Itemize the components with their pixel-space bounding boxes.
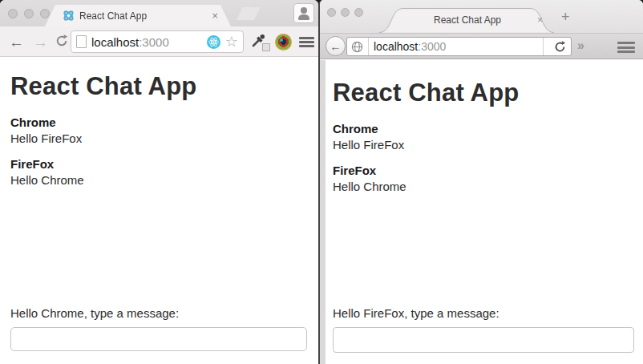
react-devtools-icon[interactable] <box>207 35 220 49</box>
back-button[interactable]: ← <box>326 36 346 56</box>
zoom-window-button[interactable] <box>40 9 50 18</box>
page-title: React Chat App <box>10 72 318 101</box>
message-input-label: Hello FireFox, type a message: <box>333 306 634 320</box>
url-port: :3000 <box>418 40 446 53</box>
url-host: localhost <box>91 35 139 49</box>
chrome-menu-button[interactable] <box>299 37 314 47</box>
message-compose-area: Hello FireFox, type a message: <box>333 306 634 353</box>
firefox-browser-window: React Chat App × + ← localhost:3000 » <box>318 0 643 364</box>
overflow-chevron-button[interactable]: » <box>577 38 583 53</box>
screen: React Chat App × ← → localhost:3000 <box>0 0 643 364</box>
message-sender: Chrome <box>333 121 643 137</box>
close-window-button[interactable] <box>8 9 18 18</box>
url-text: localhost:3000 <box>91 35 169 49</box>
address-bar[interactable]: localhost:3000 ☆ <box>71 30 244 53</box>
forward-button[interactable]: → <box>33 34 48 50</box>
window-edge <box>320 60 326 364</box>
minimize-window-button[interactable] <box>24 9 34 18</box>
firefox-tab-bar: React Chat App × + <box>320 0 643 33</box>
extension-badge <box>262 43 270 51</box>
new-tab-button[interactable]: + <box>561 10 570 24</box>
eyedropper-extension-icon[interactable] <box>251 33 267 49</box>
tab-title: React Chat App <box>379 7 556 33</box>
profile-button[interactable] <box>293 3 314 23</box>
zoom-window-button[interactable] <box>354 8 363 17</box>
tab-react-chat-app[interactable]: React Chat App × <box>45 5 231 26</box>
minimize-window-button[interactable] <box>341 8 350 17</box>
message-compose-area: Hello Chrome, type a message: <box>10 306 307 351</box>
chat-message: Chrome Hello FireFox <box>10 115 318 147</box>
message-text: Hello FireFox <box>333 137 643 153</box>
chrome-toolbar: ← → localhost:3000 ☆ <box>0 26 318 57</box>
bookmark-star-icon[interactable]: ☆ <box>225 34 238 49</box>
url-text: localhost:3000 <box>374 40 446 53</box>
chrome-page-content: React Chat App Chrome Hello FireFox Fire… <box>0 57 318 364</box>
address-bar[interactable]: localhost:3000 <box>346 37 572 56</box>
chrome-browser-window: React Chat App × ← → localhost:3000 <box>0 0 318 364</box>
chrome-tab-bar: React Chat App × <box>0 0 318 26</box>
chat-message: FireFox Hello Chrome <box>10 156 318 188</box>
message-sender: FireFox <box>10 156 318 172</box>
back-button[interactable]: ← <box>9 34 24 50</box>
tab-react-chat-app[interactable]: React Chat App × <box>379 7 556 33</box>
message-text: Hello Chrome <box>10 172 318 188</box>
message-text: Hello Chrome <box>333 179 643 195</box>
new-tab-button[interactable] <box>237 7 261 20</box>
url-host: localhost <box>374 40 418 53</box>
message-text: Hello FireFox <box>10 131 318 147</box>
firefox-toolbar: ← localhost:3000 » <box>320 33 643 59</box>
firefox-menu-button[interactable] <box>617 42 635 53</box>
reload-button[interactable] <box>55 34 68 47</box>
close-window-button[interactable] <box>327 8 336 17</box>
tab-title: React Chat App <box>79 10 207 22</box>
message-sender: Chrome <box>10 115 318 131</box>
reload-button[interactable] <box>548 41 571 53</box>
message-input-label: Hello Chrome, type a message: <box>10 306 307 320</box>
firefox-page-content: React Chat App Chrome Hello FireFox Fire… <box>326 60 643 364</box>
window-controls <box>8 9 50 18</box>
url-port: :3000 <box>139 35 169 49</box>
message-sender: FireFox <box>333 163 643 179</box>
globe-icon <box>351 41 363 53</box>
message-input[interactable] <box>333 327 634 353</box>
page-icon <box>76 35 87 48</box>
window-controls <box>327 8 363 17</box>
chat-message: Chrome Hello FireFox <box>333 121 643 153</box>
page-title: React Chat App <box>333 79 643 107</box>
message-input[interactable] <box>10 327 307 351</box>
colorpicker-extension-icon[interactable] <box>275 34 292 51</box>
react-favicon-icon <box>63 10 75 22</box>
tab-close-icon[interactable]: × <box>537 15 543 25</box>
profile-person-icon <box>301 7 307 14</box>
chat-message: FireFox Hello Chrome <box>333 163 643 195</box>
tab-close-icon[interactable]: × <box>212 10 218 21</box>
